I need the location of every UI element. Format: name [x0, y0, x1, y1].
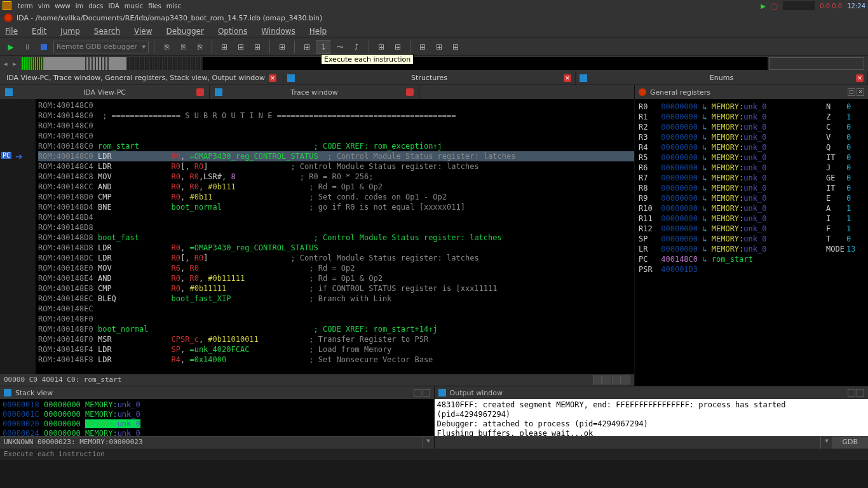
stack-title-label: Stack view: [15, 389, 53, 397]
taskbar-item[interactable]: IDA: [108, 3, 119, 10]
close-icon[interactable]: [406, 88, 414, 96]
output-view[interactable]: 48310FFF: created segment MEMORY, end: F…: [435, 399, 869, 436]
toolbar-btn-14[interactable]: ⊞: [416, 40, 430, 54]
pc-arrow-icon: ➔: [15, 151, 23, 161]
toolbar-btn-5[interactable]: ⊞: [234, 40, 248, 54]
main-tab[interactable]: IDA View-PC, Trace window, General regis…: [0, 71, 283, 85]
step-into-button[interactable]: ⤵: [316, 40, 330, 54]
main-tab[interactable]: Enums✕: [576, 71, 868, 85]
nav-next-icon[interactable]: ▸: [13, 60, 20, 68]
toolbar-btn-16[interactable]: ⊞: [449, 40, 463, 54]
taskbar-item[interactable]: im: [76, 3, 84, 10]
menu-options[interactable]: Options: [218, 27, 247, 36]
stop-button[interactable]: [37, 40, 51, 54]
nav-prev-icon[interactable]: ◂: [4, 60, 11, 68]
close-icon[interactable]: ✕: [564, 74, 571, 82]
panel-restore-button[interactable]: [848, 389, 855, 396]
menubar: FileEditJumpSearchViewDebuggerOptionsWin…: [0, 24, 868, 38]
menu-help[interactable]: Help: [309, 27, 327, 36]
toolbar-btn-12[interactable]: ⊞: [374, 40, 388, 54]
cpu-graph: [783, 1, 815, 10]
menu-view[interactable]: View: [134, 27, 152, 36]
gdb-tab[interactable]: GDB: [832, 437, 868, 449]
toolbar-btn-6[interactable]: ⊞: [250, 40, 264, 54]
output-dropdown-button[interactable]: ▾: [820, 437, 832, 449]
toolbar-btn-7[interactable]: ⊞: [275, 40, 289, 54]
tab-icon: [287, 74, 295, 82]
taskbar-item[interactable]: www: [55, 3, 71, 10]
disasm-statusbar: 00000 C0 40014 C0: rom_start: [0, 374, 634, 386]
close-icon[interactable]: ✕: [856, 74, 864, 82]
output-panel-title: Output window: [435, 386, 869, 399]
pause-button[interactable]: ⏸: [20, 40, 34, 54]
tab-icon: [5, 88, 13, 96]
menu-search[interactable]: Search: [94, 27, 120, 36]
toolbar-btn-4[interactable]: ⊞: [217, 40, 231, 54]
toolbar-btn-2[interactable]: ⎘: [176, 40, 190, 54]
nav-dropdown[interactable]: [769, 57, 864, 70]
window-title: IDA - /home/xvilka/Documents/RE/idb/omap…: [17, 14, 322, 22]
debugger-select[interactable]: Remote GDB debugger▾: [53, 41, 149, 53]
registers-title-label: General registers: [650, 88, 710, 97]
stack-icon: [4, 389, 11, 396]
panel-restore-button[interactable]: ▢: [848, 88, 855, 96]
registers-panel-title: General registers ▢✕: [635, 85, 868, 99]
tab-icon: [215, 88, 222, 96]
taskbar-item[interactable]: music: [125, 3, 144, 10]
toolbar-btn-8[interactable]: ⊞: [300, 40, 314, 54]
taskbar-item[interactable]: misc: [166, 3, 181, 10]
disassembly-view[interactable]: ROM:400148C0 ROM:400148C0 ; ============…: [36, 99, 634, 374]
statusbar: Execute each instruction: [0, 449, 868, 460]
close-icon[interactable]: [196, 88, 204, 96]
registers-view[interactable]: R0 00000000 ↳ MEMORY:unk_0R1 00000000 ↳ …: [635, 99, 868, 386]
main-toolbar: ▶ ⏸ Remote GDB debugger▾ ⎘ ⎘ ⎘ ⊞ ⊞ ⊞ ⊞ ⊞…: [0, 38, 868, 56]
tray-icon-2[interactable]: ◯: [771, 3, 778, 10]
stack-statusbar: UNKNOWN 00000023: MEMORY:00000023: [0, 437, 423, 449]
toolbar-btn-1[interactable]: ⎘: [159, 40, 173, 54]
panel-close-button[interactable]: [857, 389, 864, 396]
menu-edit[interactable]: Edit: [32, 27, 46, 36]
taskbar-item[interactable]: term: [18, 3, 33, 10]
output-input[interactable]: [435, 437, 821, 449]
run-button[interactable]: ▶: [4, 40, 18, 54]
tab-label: Trace window: [290, 88, 337, 97]
step-out-button[interactable]: ⤴: [349, 40, 363, 54]
panel-restore-button[interactable]: [414, 389, 421, 396]
sub-tab[interactable]: Trace window: [210, 85, 419, 99]
main-tab[interactable]: Structures✕: [283, 71, 576, 85]
step-over-button[interactable]: ⤳: [333, 40, 347, 54]
main-tabstrip: IDA View-PC, Trace window, General regis…: [0, 71, 868, 85]
taskbar-item[interactable]: docs: [88, 3, 103, 10]
tab-label: IDA View-PC, Trace window, General regis…: [6, 74, 265, 82]
tab-label: Enums: [710, 74, 733, 82]
navigation-band[interactable]: ◂ ▸: [0, 56, 868, 71]
taskbar-item[interactable]: files: [148, 3, 161, 10]
registers-icon: [639, 88, 646, 96]
taskbar-launcher-icon[interactable]: [3, 1, 11, 10]
output-title-label: Output window: [450, 389, 503, 397]
panel-close-button[interactable]: [423, 389, 430, 396]
stack-dropdown-button[interactable]: ▾: [423, 437, 434, 449]
sub-tab[interactable]: IDA View-PC: [0, 85, 210, 99]
sub-tabstrip: IDA View-PCTrace window: [0, 85, 634, 99]
stack-view[interactable]: 00000018 00000000 MEMORY:unk_00000001C 0…: [0, 399, 434, 436]
toolbar-btn-15[interactable]: ⊞: [432, 40, 446, 54]
tab-label: Structures: [411, 74, 447, 82]
toolbar-btn-3[interactable]: ⎘: [193, 40, 207, 54]
debugger-select-label: Remote GDB debugger: [57, 43, 137, 51]
menu-debugger[interactable]: Debugger: [166, 27, 204, 36]
menu-windows[interactable]: Windows: [261, 27, 295, 36]
ida-app-icon: [4, 13, 13, 22]
panel-close-button[interactable]: ✕: [857, 88, 864, 96]
close-icon[interactable]: ✕: [269, 74, 276, 82]
clock: 12:24: [847, 3, 865, 10]
tab-label: IDA View-PC: [83, 88, 126, 97]
pc-badge: PC: [1, 152, 11, 159]
toolbar-btn-13[interactable]: ⊞: [391, 40, 405, 54]
tray-icon-1[interactable]: ▶: [761, 3, 766, 10]
disasm-gutter: PC ➔: [0, 99, 36, 374]
desktop-taskbar: termvimwwwimdocsIDAmusicfilesmisc ▶ ◯ 0.…: [0, 0, 868, 11]
menu-jump[interactable]: Jump: [60, 27, 79, 36]
menu-file[interactable]: File: [5, 27, 18, 36]
taskbar-item[interactable]: vim: [38, 3, 50, 10]
